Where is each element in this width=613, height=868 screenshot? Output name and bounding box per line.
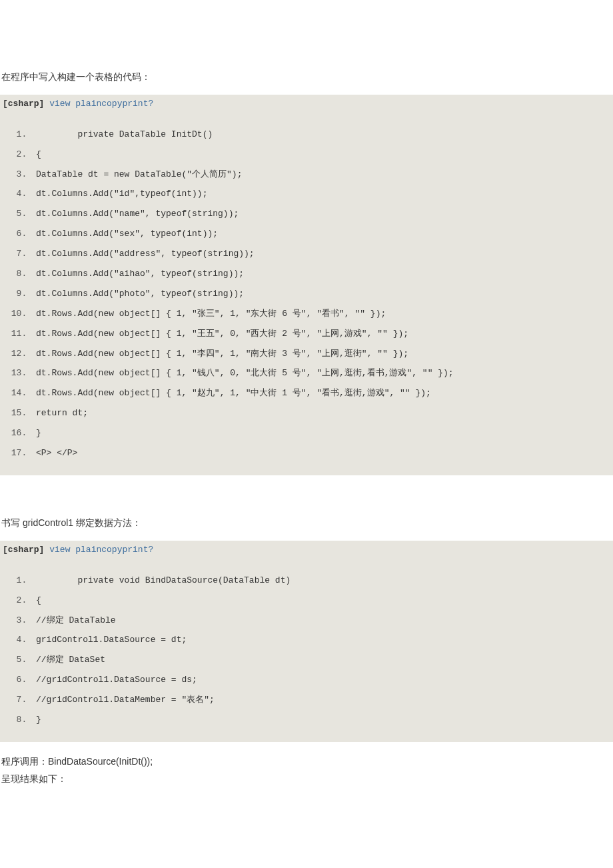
code-line: dt.Columns.Add("photo", typeof(string)); xyxy=(32,284,613,304)
code-line: { xyxy=(32,591,613,611)
code-lines-1: private DataTable InitDt() { DataTable d… xyxy=(32,125,613,463)
code-line: dt.Rows.Add(new object[] { 1, "张三", 1, "… xyxy=(32,304,613,324)
intro-paragraph-1: 在程序中写入构建一个表格的代码： xyxy=(0,69,613,85)
print-link[interactable]: print xyxy=(122,545,148,555)
code-line: private DataTable InitDt() xyxy=(32,125,613,145)
code-line: DataTable dt = new DataTable("个人简历"); xyxy=(32,165,613,185)
intro-paragraph-2: 书写 gridControl1 绑定数据方法： xyxy=(0,515,613,531)
code-header-1: [csharp] view plaincopyprint? xyxy=(0,95,613,113)
code-block-2: private void BindDataSource(DataTable dt… xyxy=(0,559,613,742)
code-line: //gridControl1.DataSource = ds; xyxy=(32,670,613,690)
code-line: private void BindDataSource(DataTable dt… xyxy=(32,571,613,591)
outro-paragraph-1: 程序调用：BindDataSource(InitDt()); xyxy=(0,754,613,770)
code-line: { xyxy=(32,145,613,165)
code-line: dt.Rows.Add(new object[] { 1, "赵九", 1, "… xyxy=(32,383,613,403)
top-spacer xyxy=(0,0,613,60)
code-line: dt.Columns.Add("address", typeof(string)… xyxy=(32,244,613,264)
code-line: return dt; xyxy=(32,403,613,423)
copy-link[interactable]: copy xyxy=(101,545,122,555)
code-line: dt.Columns.Add("aihao", typeof(string)); xyxy=(32,264,613,284)
help-link[interactable]: ? xyxy=(148,99,153,109)
code-line: dt.Rows.Add(new object[] { 1, "李四", 1, "… xyxy=(32,344,613,364)
view-plain-link[interactable]: view plain xyxy=(49,99,101,109)
view-plain-link[interactable]: view plain xyxy=(49,545,101,555)
copy-link[interactable]: copy xyxy=(101,99,122,109)
code-header-2: [csharp] view plaincopyprint? xyxy=(0,541,613,559)
code-line: dt.Columns.Add("name", typeof(string)); xyxy=(32,204,613,224)
code-line: //绑定 DataSet xyxy=(32,650,613,670)
code-line: dt.Rows.Add(new object[] { 1, "王五", 0, "… xyxy=(32,324,613,344)
code-line: dt.Rows.Add(new object[] { 1, "钱八", 0, "… xyxy=(32,363,613,383)
code-line: gridControl1.DataSource = dt; xyxy=(32,630,613,650)
lang-label: [csharp] xyxy=(3,99,44,109)
code-line: } xyxy=(32,710,613,730)
print-link[interactable]: print xyxy=(122,99,148,109)
code-line: } xyxy=(32,423,613,443)
code-lines-2: private void BindDataSource(DataTable dt… xyxy=(32,571,613,730)
code-line: dt.Columns.Add("id",typeof(int)); xyxy=(32,184,613,204)
outro-paragraph-2: 呈现结果如下： xyxy=(0,771,613,787)
code-line: dt.Columns.Add("sex", typeof(int)); xyxy=(32,224,613,244)
code-block-1: private DataTable InitDt() { DataTable d… xyxy=(0,113,613,475)
code-line: //gridControl1.DataMember = "表名"; xyxy=(32,690,613,710)
help-link[interactable]: ? xyxy=(148,545,153,555)
code-line: <P> </P> xyxy=(32,443,613,463)
lang-label: [csharp] xyxy=(3,545,44,555)
code-line: //绑定 DataTable xyxy=(32,611,613,631)
